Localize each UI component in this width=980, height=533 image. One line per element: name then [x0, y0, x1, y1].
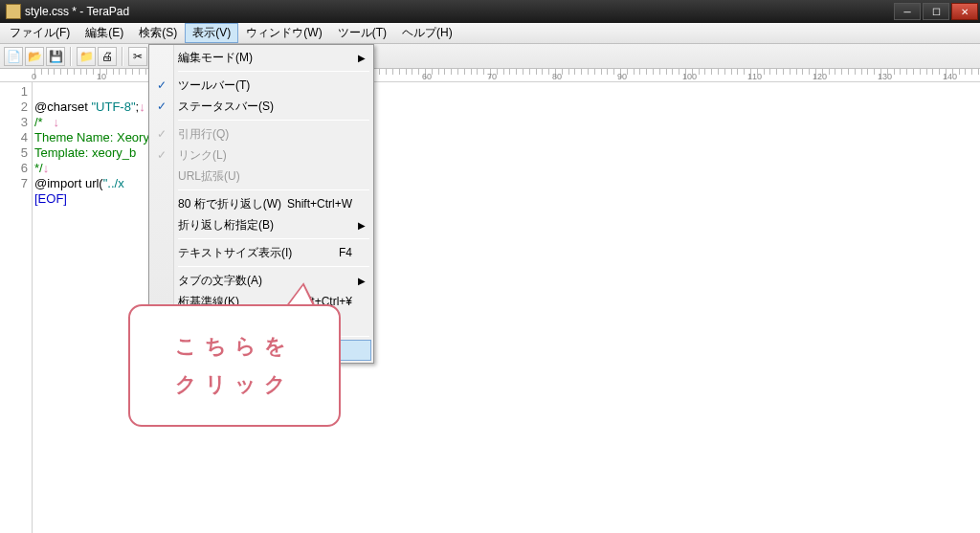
code-text: ↓	[43, 161, 50, 175]
menu-label: タブの文字数(A)	[178, 273, 262, 289]
separator	[178, 71, 369, 72]
print-button[interactable]	[98, 47, 117, 66]
check-icon: ✓	[157, 148, 167, 162]
separator	[178, 189, 369, 190]
menu-toolbar[interactable]: ✓ツールバー(T)	[151, 75, 371, 96]
submenu-arrow-icon: ▶	[358, 53, 366, 63]
menu-window[interactable]: ウィンドウ(W)	[238, 23, 329, 43]
menu-label: ステータスバー(S)	[178, 99, 274, 115]
code-text: Theme Name: Xeory	[34, 130, 149, 144]
ruler-label: 110	[747, 72, 762, 81]
ruler: 0102030405060708090100110120130140	[0, 69, 980, 82]
window-title: style.css * - TeraPad	[25, 5, 892, 18]
ruler-label: 100	[682, 72, 697, 81]
separator	[178, 266, 369, 267]
menu-label: URL拡張(U)	[178, 168, 240, 185]
ruler-label: 80	[552, 72, 562, 81]
ruler-label: 10	[97, 72, 106, 81]
separator	[122, 47, 123, 66]
ruler-label: 60	[422, 72, 432, 81]
line-number: 6	[0, 161, 28, 176]
menu-wrap80[interactable]: 80 桁で折り返し(W)Shift+Ctrl+W	[151, 193, 371, 214]
menu-url[interactable]: URL拡張(U)	[151, 166, 371, 187]
menu-label: 80 桁で折り返し(W)	[178, 196, 281, 212]
code-text: ↓	[54, 115, 60, 129]
menubar: ファイル(F) 編集(E) 検索(S) 表示(V) ウィンドウ(W) ツール(T…	[0, 23, 980, 44]
line-number: 4	[0, 130, 28, 145]
print-icon	[101, 50, 113, 63]
save-button[interactable]	[46, 47, 65, 66]
cut-icon	[133, 50, 143, 63]
callout-text: こちらを クリック	[175, 327, 294, 403]
ruler-label: 0	[32, 72, 36, 81]
new-button[interactable]	[4, 47, 23, 66]
menu-quote[interactable]: ✓引用行(Q)	[151, 123, 371, 144]
code-text: @import url(	[34, 176, 103, 190]
check-icon: ✓	[157, 100, 167, 113]
line-gutter: 1234567	[0, 82, 33, 533]
callout-line: クリック	[175, 372, 294, 396]
menu-label: テキストサイズ表示(I)	[178, 245, 292, 261]
new-icon	[7, 50, 21, 63]
app-icon	[6, 4, 21, 19]
line-number: 3	[0, 115, 28, 130]
eof-marker: [EOF]	[34, 191, 67, 206]
code-text: "UTF-8"	[91, 100, 135, 114]
line-number: 7	[0, 176, 28, 191]
titlebar: style.css * - TeraPad ─ ☐ ✕	[0, 0, 980, 23]
menu-edit-mode[interactable]: 編集モード(M)▶	[151, 47, 371, 68]
ruler-label: 130	[878, 72, 892, 81]
menu-tabchars[interactable]: タブの文字数(A)▶	[151, 270, 371, 291]
menu-search[interactable]: 検索(S)	[131, 23, 185, 43]
menu-label: 編集モード(M)	[178, 50, 253, 66]
code-text: Template: xeory_b	[34, 145, 136, 160]
menu-label: 引用行(Q)	[178, 126, 229, 143]
menu-help[interactable]: ヘルプ(H)	[394, 23, 460, 43]
menu-file[interactable]: ファイル(F)	[2, 23, 78, 43]
submenu-arrow-icon: ▶	[358, 276, 366, 286]
folder-button[interactable]	[77, 47, 96, 66]
close-button[interactable]: ✕	[951, 3, 978, 20]
window-buttons: ─ ☐ ✕	[892, 3, 978, 20]
menu-edit[interactable]: 編集(E)	[78, 23, 131, 43]
code-text: ↓	[139, 100, 145, 114]
ruler-label: 70	[487, 72, 497, 81]
menu-label: ツールバー(T)	[178, 78, 250, 94]
minimize-button[interactable]: ─	[894, 3, 921, 20]
shortcut: F4	[339, 246, 352, 259]
shortcut: Shift+Ctrl+W	[287, 197, 352, 211]
line-number: 5	[0, 145, 28, 161]
ruler-label: 90	[617, 72, 627, 81]
menu-link[interactable]: ✓リンク(L)	[151, 144, 371, 166]
menu-view[interactable]: 表示(V)	[185, 23, 238, 43]
ruler-label: 120	[813, 72, 827, 81]
menu-statusbar[interactable]: ✓ステータスバー(S)	[151, 96, 371, 117]
separator	[178, 120, 369, 121]
menu-tool[interactable]: ツール(T)	[330, 23, 394, 43]
open-icon	[28, 50, 42, 63]
menu-wrap-col[interactable]: 折り返し桁指定(B)▶	[151, 214, 371, 235]
menu-label: 折り返し桁指定(B)	[178, 217, 274, 233]
separator	[70, 47, 72, 66]
toolbar	[0, 44, 980, 69]
menu-textsize[interactable]: テキストサイズ表示(I)F4	[151, 242, 371, 263]
ruler-label: 140	[943, 72, 957, 81]
code-text: @charset	[34, 100, 91, 114]
separator	[178, 238, 369, 239]
save-icon	[49, 50, 63, 63]
annotation-callout: こちらを クリック	[128, 304, 341, 427]
menu-label: リンク(L)	[178, 147, 227, 164]
cut-button[interactable]	[128, 47, 147, 66]
open-button[interactable]	[25, 47, 44, 66]
code-text: */	[34, 161, 43, 175]
folder-icon	[79, 50, 94, 63]
callout-line: こちらを	[175, 334, 294, 358]
line-number: 1	[0, 84, 28, 100]
code-text: "../x	[103, 176, 124, 190]
maximize-button[interactable]: ☐	[923, 3, 949, 20]
check-icon: ✓	[157, 78, 167, 92]
code-text: /*	[34, 115, 54, 129]
line-number: 2	[0, 100, 28, 115]
check-icon: ✓	[157, 127, 167, 141]
submenu-arrow-icon: ▶	[358, 220, 366, 231]
